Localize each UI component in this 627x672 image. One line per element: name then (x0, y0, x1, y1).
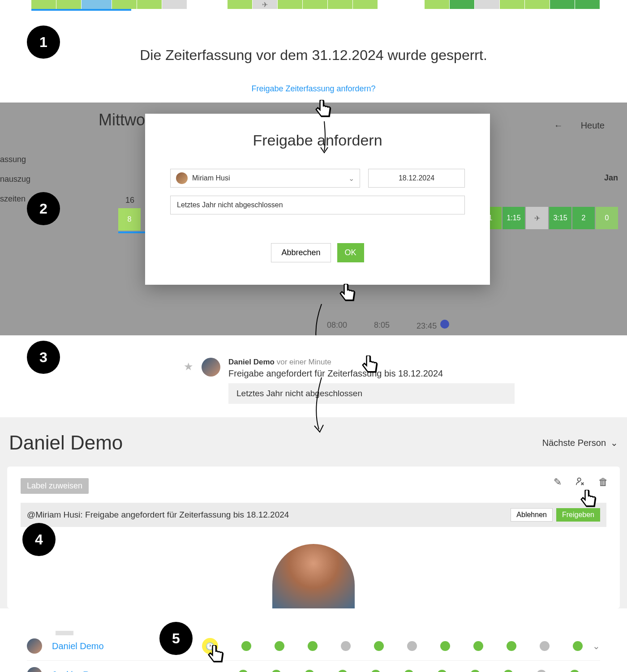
status-dot (473, 641, 483, 651)
sidebar-fragment: assung nauszug szeiten (0, 150, 30, 209)
status-dot (308, 641, 318, 651)
person-card: Label zuweisen ✎ 🗑 @Miriam Husi: Freigab… (7, 467, 620, 608)
date-input[interactable]: 18.12.2024 (368, 169, 465, 188)
feed-author: Daniel Demo (228, 358, 275, 366)
calendar-nav: ← Heute (554, 120, 605, 131)
unassign-icon[interactable] (575, 476, 585, 489)
person-name: Miriam Husi (192, 174, 230, 182)
arrow-down-icon (308, 304, 331, 335)
avatar-icon (27, 667, 42, 672)
feed-time: vor einer Minute (277, 358, 331, 366)
time-blocks: 1 1:15 ✈ 3:15 2 0 (479, 207, 618, 229)
weekday-title: Mittwo (99, 111, 145, 129)
person-link[interactable]: Joakim Repomaa (52, 670, 155, 672)
status-dot (305, 670, 314, 672)
status-dot (271, 670, 281, 672)
status-dot (507, 641, 516, 651)
reject-button[interactable]: Ablehnen (511, 508, 553, 522)
status-dot (404, 670, 414, 672)
alert-dot-icon (440, 320, 449, 329)
step-5-section: 5 Daniel Demo🕐⌄Joakim Repomaa⌄ (0, 608, 627, 672)
chevron-down-icon[interactable]: ⌄ (593, 669, 600, 672)
status-dots (165, 670, 583, 672)
feed-note: Letztes Jahr nicht abgeschlossen (228, 383, 515, 404)
ok-button[interactable]: OK (337, 243, 364, 262)
request-text: @Miriam Husi: Freigabe angefordert für Z… (27, 510, 289, 520)
status-dot (503, 670, 513, 672)
arrow-down-icon (315, 121, 333, 157)
status-dot (407, 641, 417, 651)
status-dot (371, 670, 381, 672)
step-2-badge: 2 (27, 192, 60, 225)
day-16: 16 (125, 196, 134, 205)
step-1-section: 1 Die Zeiterfassung vor dem 31.12.2024 w… (0, 11, 627, 103)
avatar-icon (27, 638, 42, 654)
status-dot (540, 641, 550, 651)
person-title: Daniel Demo (9, 432, 123, 454)
chevron-down-icon[interactable]: ⌄ (593, 641, 600, 651)
step-3-section: 3 ★ Daniel Demo vor einer Minute Freigab… (0, 335, 627, 417)
status-dot (573, 641, 583, 651)
back-arrow-icon[interactable]: ← (554, 120, 563, 131)
person-select[interactable]: Miriam Husi ⌄ (170, 169, 360, 188)
edit-icon[interactable]: ✎ (554, 476, 562, 489)
status-dot (440, 641, 450, 651)
star-icon[interactable]: ★ (184, 360, 193, 373)
status-dot (437, 670, 447, 672)
chevron-down-icon: ⌄ (348, 174, 354, 183)
request-bar: @Miriam Husi: Freigabe angefordert für Z… (21, 503, 606, 527)
person-link[interactable]: Daniel Demo (52, 641, 152, 651)
status-dot (241, 641, 251, 651)
delete-icon[interactable]: 🗑 (598, 476, 608, 489)
calendar-fragment-top: ✈ (0, 0, 627, 11)
profile-photo (272, 544, 355, 608)
cursor-icon (314, 100, 333, 122)
status-dot (275, 641, 284, 651)
status-dot (470, 670, 480, 672)
today-button[interactable]: Heute (581, 120, 605, 131)
step-5-badge: 5 (159, 622, 193, 655)
step-2-section: 2 Mittwo ← Heute assung nauszug szeiten … (0, 103, 627, 335)
cursor-icon (360, 355, 380, 378)
reason-input[interactable]: Letztes Jahr nicht abgeschlossen (170, 196, 465, 214)
status-dot (374, 641, 384, 651)
person-row: Joakim Repomaa⌄ (27, 661, 600, 672)
time-labels: 08:00 8:05 23:45 (327, 320, 449, 331)
step-3-badge: 3 (27, 341, 60, 374)
step-4-section: 4 Daniel Demo Nächste Person ⌄ Label zuw… (0, 417, 627, 608)
step-1-badge: 1 (27, 26, 60, 59)
day-16-block: 8 (118, 208, 141, 231)
activity-feed-item: ★ Daniel Demo vor einer Minute Freigabe … (184, 358, 627, 404)
avatar-icon (176, 172, 188, 184)
status-dot (238, 670, 248, 672)
cursor-icon (206, 645, 226, 668)
person-row: Daniel Demo🕐⌄ (27, 632, 600, 661)
month-label: Jan (604, 173, 618, 183)
cursor-icon (338, 284, 357, 306)
status-dot (570, 670, 580, 672)
request-unlock-link[interactable]: Freigabe Zeiterfassung anfordern? (251, 84, 375, 94)
status-dot (341, 641, 351, 651)
cursor-icon (579, 490, 598, 512)
svg-point-0 (578, 478, 581, 481)
next-person-button[interactable]: Nächste Person ⌄ (542, 437, 618, 448)
chevron-down-icon: ⌄ (610, 437, 618, 448)
avatar-icon (202, 358, 220, 377)
status-dot (537, 670, 546, 672)
cancel-button[interactable]: Abbrechen (271, 243, 331, 262)
step-4-badge: 4 (22, 523, 56, 556)
arrow-down-icon (308, 377, 331, 436)
status-dot (338, 670, 348, 672)
assign-label-button[interactable]: Label zuweisen (21, 478, 89, 494)
locked-heading: Die Zeiterfassung vor dem 31.12.2024 wur… (0, 47, 627, 64)
